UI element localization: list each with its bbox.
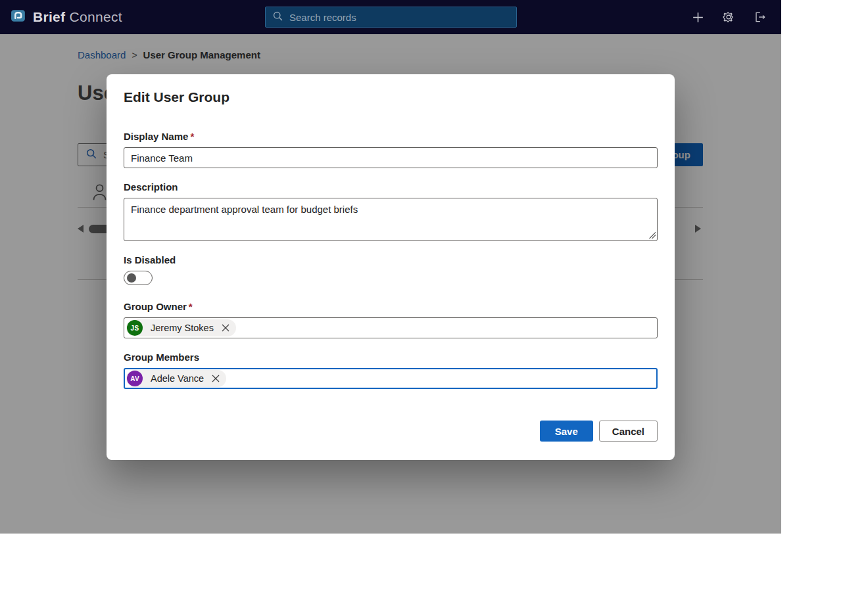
group-members-label: Group Members xyxy=(124,352,658,363)
top-navbar: Brief Connect xyxy=(0,0,781,34)
avatar: JS xyxy=(127,320,143,336)
chip-name: Jeremy Stokes xyxy=(151,323,214,333)
description-label: Description xyxy=(124,181,658,193)
display-name-label: Display Name* xyxy=(124,131,658,142)
owner-chip: JS Jeremy Stokes xyxy=(126,319,236,336)
settings-gear-icon[interactable] xyxy=(721,10,736,24)
required-asterisk: * xyxy=(190,131,194,142)
is-disabled-label: Is Disabled xyxy=(124,254,658,265)
search-icon xyxy=(272,11,283,24)
modal-button-row: Save Cancel xyxy=(540,421,658,442)
cancel-button[interactable]: Cancel xyxy=(599,421,658,442)
display-name-input[interactable] xyxy=(124,147,658,168)
chip-name: Adele Vance xyxy=(151,373,204,384)
is-disabled-toggle[interactable] xyxy=(124,271,153,285)
toggle-knob xyxy=(127,273,136,283)
navbar-actions xyxy=(690,0,767,34)
member-chip: AV Adele Vance xyxy=(126,370,226,387)
group-owner-label: Group Owner* xyxy=(124,301,658,312)
edit-user-group-modal: Edit User Group Display Name* Descriptio… xyxy=(107,74,675,460)
group-members-field[interactable]: AV Adele Vance xyxy=(124,368,658,389)
required-asterisk: * xyxy=(189,301,193,312)
brand[interactable]: Brief Connect xyxy=(11,0,122,34)
remove-chip-icon[interactable] xyxy=(220,324,236,332)
group-owner-field[interactable]: JS Jeremy Stokes xyxy=(124,317,658,338)
brand-name: Brief Connect xyxy=(33,9,122,25)
global-search-input[interactable] xyxy=(289,12,510,23)
global-search[interactable] xyxy=(265,7,517,28)
modal-title: Edit User Group xyxy=(124,89,658,105)
brand-logo-icon xyxy=(11,8,27,27)
remove-chip-icon[interactable] xyxy=(210,375,226,382)
avatar: AV xyxy=(127,371,143,386)
save-button[interactable]: Save xyxy=(540,421,593,442)
description-textarea[interactable]: Finance department approval team for bud… xyxy=(124,198,658,241)
app-window: Brief Connect xyxy=(0,0,781,534)
add-icon[interactable] xyxy=(690,10,705,24)
sign-out-icon[interactable] xyxy=(752,10,767,24)
